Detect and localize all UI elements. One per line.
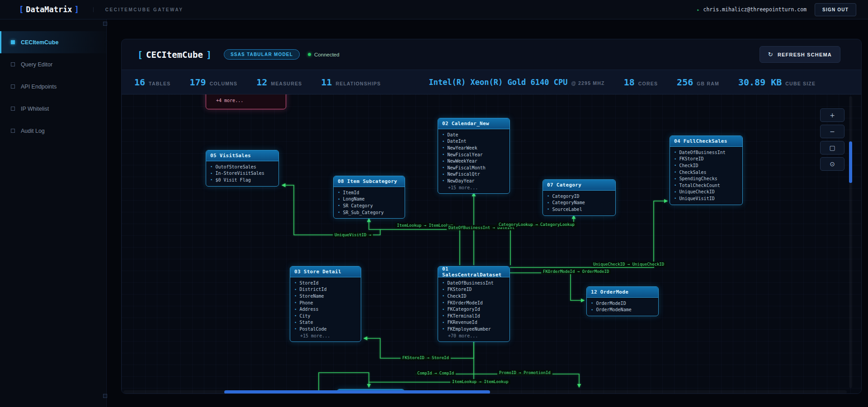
sidebar-item-cecitemcube[interactable]: CECItemCube: [0, 31, 106, 53]
diagram-table-pink-partial[interactable]: +4 more...: [206, 94, 286, 109]
column-row: •DateOfBusinessInt: [438, 280, 509, 286]
refresh-label: REFRESH SCHEMA: [778, 52, 832, 57]
sidebar-item-label: API Endpoints: [21, 84, 57, 90]
column-row: •CategoryName: [543, 200, 615, 206]
sidebar-item-ip-whitelist[interactable]: IP Whitelist: [0, 98, 106, 120]
stat-ram: 256GB RAM: [677, 77, 719, 88]
column-row: •$0 Visit Flag: [206, 177, 278, 183]
zoom-in-button[interactable]: +: [820, 108, 844, 122]
column-row: •In-StoreVisitSales: [206, 170, 278, 177]
column-name: OrderModeName: [596, 307, 631, 312]
title-bracket-right: ]: [206, 49, 212, 60]
diagram-table-calendar-new[interactable]: 02 Calendar_New•Date•DateInt•NewYearWeek…: [438, 118, 510, 194]
sidebar-item-audit-log[interactable]: Audit Log: [0, 120, 106, 142]
relationship-label: ItemLookup → ItemLookup: [395, 223, 455, 228]
bullet-icon: •: [294, 300, 297, 305]
column-name: Phone: [299, 300, 313, 305]
sidebar: CECItemCube Query Editor API Endpoints I…: [0, 19, 107, 407]
bullet-icon: •: [674, 177, 676, 181]
column-row: •SourceLabel: [543, 206, 615, 213]
more-columns-row: +15 more...: [438, 184, 509, 191]
table-header: 07 Category: [543, 180, 615, 191]
page-title: [CECItemCube]: [134, 49, 215, 60]
column-name: NewDayYear: [447, 178, 474, 183]
table-columns: •DateOfBusinessInt•FKStoreID•CheckID•Che…: [670, 147, 742, 205]
column-row: •State: [290, 319, 361, 326]
table-columns: •OrderModeID•OrderModeName: [587, 298, 658, 316]
diagram-table-visitsales[interactable]: 05 VisitSales•OutofStoreSales•In-StoreVi…: [206, 150, 279, 187]
column-row: •Phone: [290, 299, 361, 306]
column-row: •TotalCheckCount: [670, 182, 742, 189]
column-row: •UniqueVisitID: [670, 195, 742, 202]
diagram-table-salescentraldataset[interactable]: 01 SalesCentralDataset•DateOfBusinessInt…: [438, 266, 510, 342]
stat-value: 16: [134, 77, 145, 88]
column-row: •CategoryID: [543, 193, 615, 200]
column-name: FKStoreID: [447, 287, 472, 292]
bullet-icon: •: [547, 201, 549, 205]
sidebar-item-api-endpoints[interactable]: API Endpoints: [0, 75, 106, 98]
sidebar-item-label: IP Whitelist: [21, 106, 49, 112]
column-name: ItemId: [343, 190, 359, 195]
table-header: 08 Item Subcategory: [334, 176, 405, 187]
horizontal-scrollbar-thumb[interactable]: [224, 390, 490, 394]
bullet-icon: •: [338, 203, 340, 208]
vertical-scrollbar-track[interactable]: [849, 96, 852, 388]
column-name: LongName: [343, 196, 364, 201]
bullet-icon: •: [674, 163, 676, 168]
panel-collapse-handle-top[interactable]: [103, 22, 107, 26]
status-dot-icon: [308, 53, 311, 56]
bullet-icon: •: [442, 159, 444, 164]
column-row: •StoreId: [290, 280, 361, 286]
column-name: StoreName: [299, 294, 324, 299]
table-columns: •CategoryID•CategoryName•SourceLabel: [543, 191, 615, 215]
stat-value: 30.89 KB: [738, 77, 782, 88]
column-row: •FKCategoryId: [438, 306, 509, 313]
diagram-table-store-detail[interactable]: 03 Store Detail•StoreId•DistrictId•Store…: [290, 266, 361, 342]
stat-value: Intel(R) Xeon(R) Gold 6140 CPU: [429, 78, 567, 87]
sign-out-button[interactable]: SIGN OUT: [815, 3, 856, 16]
bullet-icon: •: [442, 165, 444, 170]
cube-icon: [11, 40, 15, 44]
sidebar-item-query-editor[interactable]: Query Editor: [0, 53, 106, 75]
column-name: FKCategoryId: [447, 307, 480, 312]
column-row: •NewYearWeek: [438, 145, 509, 151]
bullet-icon: •: [294, 320, 297, 325]
square-icon: [11, 84, 15, 89]
bullet-icon: •: [674, 170, 676, 174]
top-bar: [DataMatrix] CECITEMCUBE GATEWAY ▸chris.…: [0, 0, 868, 19]
zoom-out-button[interactable]: −: [820, 125, 844, 138]
column-name: In-StoreVisitSales: [215, 171, 264, 176]
diagram-table-ordermode[interactable]: 12 OrderMode•OrderModeID•OrderModeName: [586, 286, 659, 316]
column-name: StoreId: [299, 281, 318, 285]
column-row: •OrderModeID: [587, 300, 658, 307]
column-name: City: [299, 313, 310, 318]
refresh-schema-button[interactable]: ↻ REFRESH SCHEMA: [760, 46, 840, 63]
diagram-table-fullchecksales[interactable]: 04 FullCheckSales•DateOfBusinessInt•FKSt…: [670, 136, 743, 205]
column-name: SourceLabel: [552, 207, 582, 212]
bullet-icon: •: [210, 171, 212, 176]
column-row: •Address: [290, 306, 361, 313]
diagram-table-category[interactable]: 07 Category•CategoryID•CategoryName•Sour…: [542, 179, 616, 216]
center-view-button[interactable]: ⊙: [820, 157, 844, 171]
vertical-scrollbar-thumb[interactable]: [849, 141, 852, 183]
bullet-icon: •: [442, 178, 444, 183]
column-row: •StoreName: [290, 293, 361, 299]
stat-label: @ 2295 MHZ: [571, 80, 604, 86]
bullet-icon: •: [294, 294, 297, 298]
column-name: NewFiscalMonth: [447, 165, 485, 170]
stat-value: 179: [190, 77, 206, 88]
bullet-icon: •: [674, 157, 676, 161]
fit-view-button[interactable]: ▢: [820, 141, 844, 154]
column-row: •NewFiscalMonth: [438, 164, 509, 171]
schema-diagram-canvas[interactable]: +−▢⊙ +4 more...05 VisitSales•OutofStoreS…: [122, 94, 862, 394]
table-header: 02 Calendar_New: [438, 118, 509, 129]
column-name: NewFiscalQtr: [447, 172, 480, 177]
column-name: UniqueCheckID: [679, 189, 714, 194]
relationship-label: PromoID → PromotionId: [497, 370, 552, 375]
column-name: TotalCheckCount: [679, 183, 720, 188]
square-icon: [11, 62, 15, 66]
connection-status: Connected: [308, 52, 340, 57]
diagram-table-item-subcategory[interactable]: 08 Item Subcategory•ItemId•LongName•SR C…: [333, 176, 405, 219]
bullet-icon: •: [674, 150, 676, 154]
panel-collapse-handle-bottom[interactable]: [103, 394, 107, 398]
